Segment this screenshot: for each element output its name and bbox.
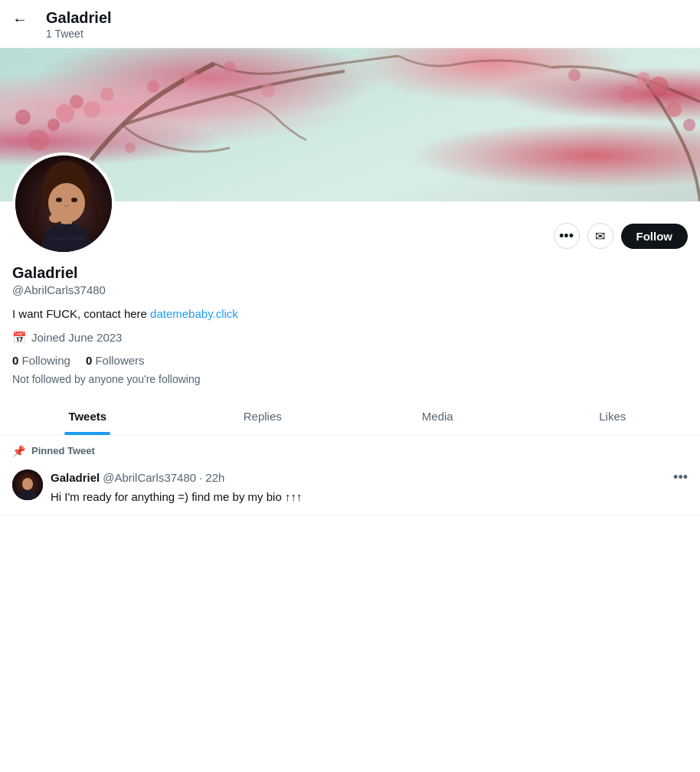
bio-text: I want FUCK, contact here	[12, 307, 150, 320]
svg-point-22	[71, 198, 77, 202]
profile-joined: 📅 Joined June 2023	[12, 331, 688, 345]
tweet-avatar-svg	[12, 469, 43, 500]
svg-point-11	[666, 102, 682, 117]
tab-tweets[interactable]: Tweets	[0, 397, 175, 435]
svg-point-14	[620, 86, 636, 103]
follow-button[interactable]: Follow	[621, 224, 689, 249]
svg-point-13	[636, 72, 650, 86]
svg-point-28	[22, 478, 33, 490]
tab-media[interactable]: Media	[350, 397, 525, 435]
svg-point-24	[49, 214, 61, 223]
calendar-icon: 📅	[12, 331, 27, 345]
tab-likes[interactable]: Likes	[525, 397, 701, 435]
pinned-header: 📌 Pinned Tweet	[0, 436, 700, 460]
header-title: Galadriel	[46, 8, 112, 28]
svg-point-5	[15, 110, 31, 125]
profile-handle: @AbrilCarls37480	[12, 283, 688, 296]
joined-text: Joined June 2023	[31, 331, 122, 344]
page-header: ← Galadriel 1 Tweet	[0, 0, 700, 48]
tweet-author: Galadriel	[51, 471, 100, 484]
following-label: Following	[22, 354, 70, 367]
more-button[interactable]: •••	[554, 223, 580, 249]
svg-point-15	[568, 69, 581, 81]
svg-point-1	[70, 95, 83, 109]
svg-point-10	[649, 77, 669, 96]
tweet-handle: @AbrilCarls37480	[103, 471, 196, 484]
message-icon: ✉	[595, 229, 605, 244]
tweet-content: Galadriel @AbrilCarls37480 · 22h ••• Hi …	[51, 469, 688, 506]
avatar	[12, 152, 115, 255]
pin-icon: 📌	[12, 445, 25, 457]
tab-replies[interactable]: Replies	[175, 397, 351, 435]
header-text: Galadriel 1 Tweet	[46, 8, 112, 40]
tweet-avatar[interactable]	[12, 469, 43, 500]
avatar-row: ••• ✉ Follow	[12, 198, 688, 255]
header-subtitle: 1 Tweet	[46, 28, 112, 40]
svg-point-2	[83, 101, 100, 118]
svg-point-12	[683, 119, 695, 131]
svg-point-6	[100, 87, 114, 101]
tweet-separator: ·	[199, 471, 202, 484]
not-followed-text: Not followed by anyone you're following	[12, 373, 688, 385]
tweet-row: Galadriel @AbrilCarls37480 · 22h ••• Hi …	[0, 460, 700, 516]
tweet-meta-left: Galadriel @AbrilCarls37480 · 22h	[51, 471, 224, 484]
svg-point-21	[56, 198, 62, 202]
svg-point-7	[147, 80, 159, 93]
following-count: 0	[12, 354, 18, 367]
svg-point-8	[184, 71, 199, 87]
back-button[interactable]: ←	[12, 8, 28, 28]
action-buttons: ••• ✉ Follow	[554, 223, 689, 255]
bio-link[interactable]: datemebaby.click	[150, 307, 238, 320]
svg-point-4	[28, 129, 49, 151]
followers-stat[interactable]: 0 Followers	[86, 354, 145, 367]
profile-tabs: Tweets Replies Media Likes	[0, 397, 700, 436]
profile-display-name: Galadriel	[12, 264, 688, 282]
profile-bio: I want FUCK, contact here datemebaby.cli…	[12, 306, 688, 323]
profile-section: ••• ✉ Follow Galadriel @AbrilCarls37480 …	[0, 198, 700, 385]
avatar-image	[15, 155, 112, 252]
followers-label: Followers	[95, 354, 144, 367]
tweet-more-button[interactable]: •••	[673, 469, 688, 486]
svg-point-9	[224, 61, 236, 74]
svg-point-17	[261, 83, 275, 97]
avatar-svg	[15, 155, 112, 252]
message-button[interactable]: ✉	[587, 223, 613, 249]
svg-point-3	[47, 119, 60, 131]
tweet-time: 22h	[205, 471, 224, 484]
svg-point-16	[125, 142, 136, 153]
tweet-text: Hi I'm ready for anything =) find me by …	[51, 489, 688, 506]
svg-point-0	[56, 104, 74, 123]
following-stat[interactable]: 0 Following	[12, 354, 70, 367]
tweet-meta: Galadriel @AbrilCarls37480 · 22h •••	[51, 469, 688, 486]
profile-stats: 0 Following 0 Followers	[12, 354, 688, 367]
pinned-label: Pinned Tweet	[31, 445, 95, 456]
followers-count: 0	[86, 354, 92, 367]
